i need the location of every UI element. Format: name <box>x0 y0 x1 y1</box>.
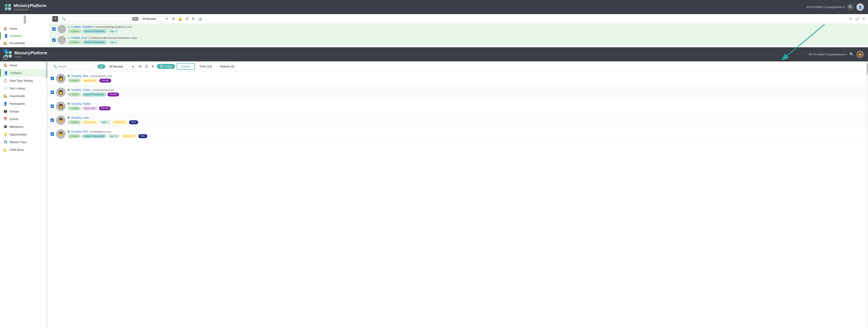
dev-sidebar-scroll[interactable] <box>24 16 26 24</box>
groups-icon: 👨‍👩‍👧 <box>3 56 7 60</box>
dev-records-select[interactable]: All Records ▾ <box>141 16 169 21</box>
dev-nav-groups[interactable]: 👨‍👩‍👧 Groups <box>0 54 50 61</box>
dev-nav-contacts[interactable]: 👤 Contacts <box>0 32 50 39</box>
hoh-badge: Head of Household <box>82 40 106 44</box>
dev-filter-icon[interactable]: ⚙ <box>171 16 176 22</box>
contact-info-phil: Dunphy, Phil | kristin@acst.com ✔ Active… <box>68 130 863 138</box>
stage-records-select[interactable]: All Records ▾ <box>107 64 136 69</box>
contact-checkbox-phil[interactable] <box>51 132 54 136</box>
stage-charts-toggle[interactable]: Charts <box>157 64 175 69</box>
role-badge-alex: Minor Child <box>82 79 98 83</box>
dev-menu-icon[interactable]: ≡ <box>862 16 866 22</box>
sidebar-item-test-lookup[interactable]: 📄 Test Lookup <box>0 84 48 92</box>
contact-name-luke[interactable]: Dunphy, Luke <box>71 116 89 119</box>
stage-user-avatar[interactable]: 🧔 <box>857 51 864 58</box>
active-badge: ✔ Active <box>68 40 81 44</box>
online-indicator <box>68 75 70 77</box>
stage-list-icon[interactable]: ☰ <box>144 63 149 69</box>
sidebar-item-contacts[interactable]: 👤 Contacts <box>0 69 48 77</box>
stage-congregation-select[interactable]: All Permitted Congregations ▾ <box>808 53 847 56</box>
contact-info-alex: Dunphy, Alex | kristin@acst.com ✔ Active… <box>68 74 863 83</box>
sidebar-item-events[interactable]: 📅 Events <box>0 115 48 123</box>
sidebar-item-opportunities[interactable]: 💡 Opportunities <box>0 130 48 138</box>
contact-info-hailey: Dunphy, Hailey ✔ Active Adult Child Fema… <box>68 102 863 110</box>
contact-email-alex: | kristin@acst.com <box>90 74 112 78</box>
contact-avatar-luke: 👦 <box>56 115 66 125</box>
dev-user-avatar[interactable]: 👤 <box>857 3 864 11</box>
dev-list-icon[interactable]: ☰ <box>185 16 189 22</box>
dev-contact-checkbox-1[interactable] <box>52 38 56 42</box>
dev-bell-icon[interactable]: 🔔 <box>177 16 183 22</box>
dev-content: + 🔍 in: All Records ▾ ⚙ 🔔 ☰ ⇅ 📊 ✂ 📈 <box>50 14 868 47</box>
dev-env-name: Development <box>14 8 46 11</box>
sidebar-item-participants[interactable]: 👤 Participants <box>0 100 48 108</box>
sidebar-item-field-sizes[interactable]: 📐 Field Sizes <box>0 146 48 153</box>
dev-analytics-icon[interactable]: 📈 <box>855 16 860 22</box>
dev-nav-households[interactable]: 🏡 Households <box>0 39 50 47</box>
reports-button[interactable]: Reports (6) <box>217 63 238 69</box>
dev-search-input[interactable] <box>67 17 102 20</box>
sidebar-item-home[interactable]: 🏠 Home <box>0 61 48 69</box>
sidebar-item-milestones[interactable]: 🎓 Milestones <box>0 123 48 130</box>
dev-nav-participants[interactable]: 👥 Participants <box>0 47 50 54</box>
contact-avatar-alex: 👩 <box>56 73 66 83</box>
households-icon: 🏡 <box>3 41 7 45</box>
actions-button[interactable]: Actions <box>177 63 194 70</box>
dev-contact-name-0[interactable]: ● Cooper, Sheldon | newemail@bigbangtheo… <box>68 25 866 28</box>
sidebar-item-mission-trips[interactable]: ✈️ Mission Trips <box>0 138 48 146</box>
stage-header-controls: All Permitted Congregations ▾ 🔍 🧔 <box>808 51 864 58</box>
stage-sort-icon[interactable]: ⇅ <box>151 63 155 69</box>
stage-sidebar-scroll[interactable] <box>46 61 48 328</box>
stage-search-input[interactable] <box>58 65 91 68</box>
dev-search-button[interactable]: 🔍 <box>847 4 854 10</box>
contact-name-hailey[interactable]: Dunphy, Hailey <box>71 102 91 106</box>
online-indicator <box>68 89 70 91</box>
contact-info-claire: Dunphy, Claire | kristin@acst.com ✔ Acti… <box>68 88 863 96</box>
contact-checkbox-luke[interactable] <box>51 118 54 122</box>
dev-logo-text: MinistryPlatform Development <box>14 3 46 11</box>
dev-contact-checkbox-0[interactable] <box>52 27 56 31</box>
sidebar-item-data-type-testing[interactable]: 📋 Data Type Testing <box>0 77 48 84</box>
dev-nav-home[interactable]: 🏠 Home <box>0 25 50 32</box>
contact-name-row-alex: Dunphy, Alex | kristin@acst.com <box>68 74 863 78</box>
contact-checkbox-claire[interactable] <box>51 91 54 94</box>
contact-name-row-phil: Dunphy, Phil | kristin@acst.com <box>68 130 863 133</box>
stage-in-toggle[interactable]: in: <box>97 64 105 69</box>
contact-name-row-luke: Dunphy, Luke <box>68 116 863 119</box>
age-badge: Age: 0 <box>108 29 119 33</box>
gender-badge-hailey: Female <box>99 107 111 110</box>
status-badge-phil: ✔ Active <box>68 134 81 138</box>
dev-add-button[interactable]: + <box>52 16 58 22</box>
dev-contact-name-1[interactable]: ● Fowler, Amy | kristinbaker@notrealemai… <box>68 36 866 39</box>
contacts-icon: 👤 <box>4 71 8 75</box>
contact-checkbox-hailey[interactable] <box>51 105 54 108</box>
contact-avatar-hailey: 👩 <box>56 101 66 111</box>
contact-name-phil[interactable]: Dunphy, Phil <box>71 130 88 133</box>
svg-rect-2 <box>8 4 11 7</box>
sidebar-item-groups[interactable]: 👨‍👩‍👧 Groups <box>0 108 48 115</box>
main-layout: 🏠 Home 👤 Contacts 📋 Data Type Testing 📄 … <box>0 61 868 328</box>
dev-chart-icon[interactable]: 📊 <box>197 16 203 22</box>
dev-congregation-select[interactable]: All Permitted Congregations ▾ <box>806 5 845 9</box>
dev-tools-icon[interactable]: ✂ <box>848 16 853 22</box>
age-badge-phil: Age: 50 <box>107 134 120 138</box>
role-badge-phil: Head of Household <box>82 134 106 138</box>
dev-records-chevron: ▾ <box>166 17 167 20</box>
dev-in-toggle[interactable]: in: <box>132 17 139 21</box>
home-icon: 🏠 <box>3 27 7 30</box>
dev-sort-icon[interactable]: ⇅ <box>191 16 195 22</box>
stage-filter-icon[interactable]: ⚙ <box>138 63 143 69</box>
stage-search-button[interactable]: 🔍 <box>849 52 854 57</box>
dev-contact-avatar-1 <box>58 36 66 44</box>
role-badge-claire: Head of Household <box>82 92 106 96</box>
contact-checkbox-alex[interactable] <box>51 77 54 80</box>
dev-logo: MinistryPlatform Development <box>4 3 46 11</box>
content-scrollbar[interactable] <box>866 61 868 328</box>
contact-name-claire[interactable]: Dunphy, Claire <box>71 88 90 91</box>
role-badge-hailey: Adult Child <box>82 107 97 110</box>
contact-name-row-claire: Dunphy, Claire | kristin@acst.com <box>68 88 863 91</box>
stage-toolbar: 🔍 in: All Records ▾ ⚙ ☰ ⇅ Charts Actions… <box>48 61 866 71</box>
sidebar-item-households[interactable]: 🏡 Households <box>0 92 48 100</box>
contact-name-alex[interactable]: Dunphy, Alex <box>71 74 88 78</box>
tools-button[interactable]: Tools (19) <box>196 63 215 69</box>
